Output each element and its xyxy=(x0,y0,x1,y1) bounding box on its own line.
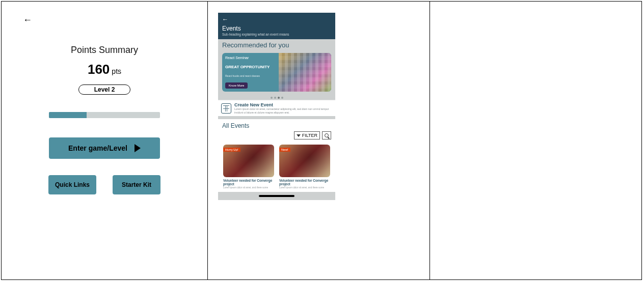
points-unit: pts xyxy=(112,67,121,75)
carousel-dot[interactable] xyxy=(274,97,276,99)
recommended-event-name: React Seminar xyxy=(225,56,276,60)
event-card-desc: Lorem ipsum dolor sit amet, and there so… xyxy=(223,186,274,189)
recommended-card-info: React Seminar GREAT OPPROTUNITY React ho… xyxy=(222,53,279,92)
progress-bar xyxy=(49,112,160,118)
events-screen-cell: ← Events Sub-heading explaining what an … xyxy=(208,2,430,279)
points-value-row: 160 pts xyxy=(88,62,121,77)
play-icon xyxy=(135,144,141,152)
search-icon xyxy=(325,133,329,137)
recommended-card[interactable]: React Seminar GREAT OPPROTUNITY React ho… xyxy=(222,53,331,92)
create-event-row[interactable]: Create New Event Lorem ipsum dolor sit a… xyxy=(218,100,335,116)
event-grid: Hurry Up! Volunteer needed for Converge … xyxy=(218,143,335,192)
carousel-dot-active[interactable] xyxy=(278,97,280,99)
home-indicator xyxy=(259,195,294,197)
recommended-heading: Recommended for you xyxy=(222,41,335,49)
create-event-title: Create New Event xyxy=(234,102,332,107)
empty-cell xyxy=(430,2,641,279)
events-header: ← Events Sub-heading explaining what an … xyxy=(218,13,335,39)
event-card-title: Volunteer needed for Converge project xyxy=(279,179,330,186)
funnel-icon xyxy=(297,134,301,137)
starter-kit-button[interactable]: Starter Kit xyxy=(113,175,160,194)
events-header-title: Events xyxy=(222,25,331,32)
filter-button[interactable]: FILTER xyxy=(294,131,320,139)
enter-game-label: Enter game/Level xyxy=(68,144,127,152)
phone-bottom-bar xyxy=(218,192,335,200)
know-more-button[interactable]: Know More xyxy=(225,82,248,89)
event-thumb: New! xyxy=(279,145,330,177)
recommended-event-tagline: GREAT OPPROTUNITY xyxy=(225,65,276,70)
enter-game-button[interactable]: Enter game/Level xyxy=(49,137,160,159)
progress-fill xyxy=(49,112,87,118)
carousel-dot[interactable] xyxy=(281,97,283,99)
secondary-buttons-row: Quick Links Starter Kit xyxy=(48,175,160,194)
quick-links-button[interactable]: Quick Links xyxy=(48,175,96,194)
points-summary-screen: ← Points Summary 160 pts Level 2 Enter g… xyxy=(2,2,208,279)
back-arrow-icon[interactable]: ← xyxy=(23,15,32,25)
event-card-desc: Lorem ipsum dolor sit amet, and there so… xyxy=(279,186,330,189)
points-title: Points Summary xyxy=(71,45,138,55)
filter-label: FILTER xyxy=(302,133,317,138)
recommended-card-image xyxy=(279,53,331,92)
layout-table: ← Points Summary 160 pts Level 2 Enter g… xyxy=(1,1,642,280)
recommended-card-wrap: React Seminar GREAT OPPROTUNITY React ho… xyxy=(218,53,335,95)
events-header-sub: Sub-heading explaining what an event mea… xyxy=(222,33,331,36)
event-card-title: Volunteer needed for Converge project xyxy=(223,179,274,186)
event-card[interactable]: Hurry Up! Volunteer needed for Converge … xyxy=(223,145,274,189)
create-event-desc: Lorem ipsum dolor sit amet, consectetur … xyxy=(234,107,332,114)
all-events-heading: All Events xyxy=(218,119,335,130)
recommended-event-sub: React hooks and react classes xyxy=(225,74,276,77)
carousel-dot[interactable] xyxy=(271,97,273,99)
carousel-dots[interactable] xyxy=(218,95,335,100)
event-thumb: Hurry Up! xyxy=(223,145,274,177)
event-badge: Hurry Up! xyxy=(223,148,240,152)
event-card[interactable]: New! Volunteer needed for Converge proje… xyxy=(279,145,330,189)
points-value: 160 xyxy=(88,62,110,77)
events-back-arrow-icon[interactable]: ← xyxy=(222,16,228,23)
events-phone-mockup: ← Events Sub-heading explaining what an … xyxy=(218,13,335,200)
calendar-icon xyxy=(221,103,231,114)
search-button[interactable] xyxy=(322,131,331,139)
event-badge: New! xyxy=(279,148,290,152)
filter-row: FILTER xyxy=(218,130,335,143)
level-badge: Level 2 xyxy=(78,85,131,95)
